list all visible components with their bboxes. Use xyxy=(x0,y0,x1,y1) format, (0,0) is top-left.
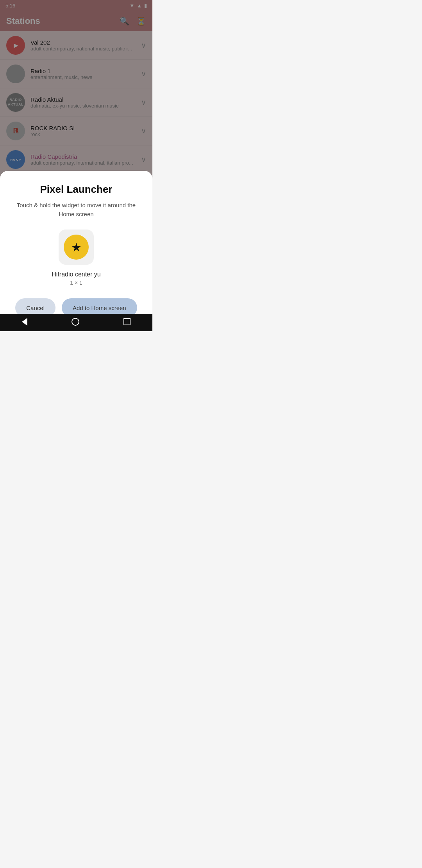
widget-name: Hitradio center yu xyxy=(52,271,100,278)
sheet-description: Touch & hold the widget to move it aroun… xyxy=(9,201,143,219)
widget-preview: ★ xyxy=(59,230,94,265)
home-button[interactable] xyxy=(72,318,79,327)
sheet-title: Pixel Launcher xyxy=(40,183,113,195)
widget-size: 1 × 1 xyxy=(70,280,82,286)
overlay: Pixel Launcher Touch & hold the widget t… xyxy=(0,0,152,331)
star-icon: ★ xyxy=(71,240,82,254)
widget-icon: ★ xyxy=(64,235,89,260)
back-button[interactable] xyxy=(22,318,27,327)
bottom-sheet: Pixel Launcher Touch & hold the widget t… xyxy=(0,171,152,331)
nav-bar xyxy=(0,314,152,331)
recents-button[interactable] xyxy=(123,318,131,327)
